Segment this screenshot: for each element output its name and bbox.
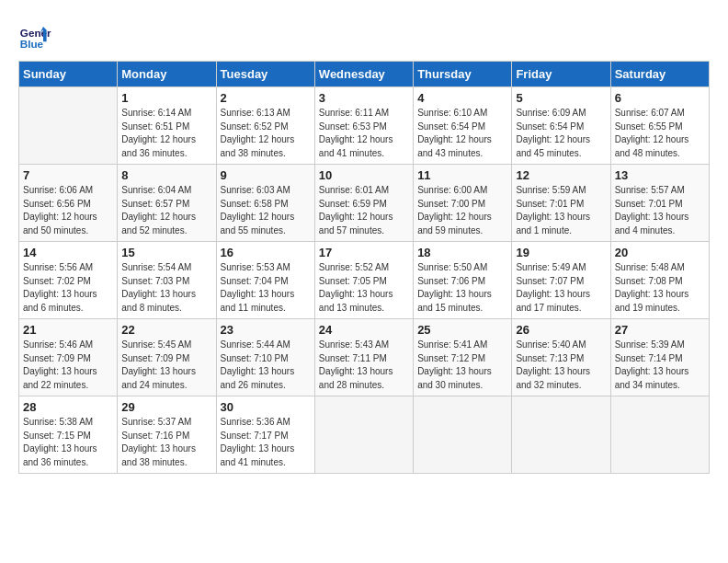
logo: General Blue xyxy=(18,18,55,52)
day-cell: 30Sunrise: 5:36 AM Sunset: 7:17 PM Dayli… xyxy=(216,396,314,474)
day-info: Sunrise: 5:56 AM Sunset: 7:02 PM Dayligh… xyxy=(23,261,113,315)
day-number: 14 xyxy=(23,246,113,259)
day-number: 1 xyxy=(121,91,211,105)
day-cell: 12Sunrise: 5:59 AM Sunset: 7:01 PM Dayli… xyxy=(512,165,610,242)
day-number: 12 xyxy=(516,168,606,182)
day-number: 17 xyxy=(319,246,409,259)
day-number: 27 xyxy=(615,323,705,337)
day-number: 6 xyxy=(615,91,705,105)
page-header: General Blue xyxy=(18,18,710,52)
day-cell: 18Sunrise: 5:50 AM Sunset: 7:06 PM Dayli… xyxy=(414,242,512,319)
day-cell: 20Sunrise: 5:48 AM Sunset: 7:08 PM Dayli… xyxy=(610,242,709,319)
day-cell: 23Sunrise: 5:44 AM Sunset: 7:10 PM Dayli… xyxy=(216,319,314,396)
day-info: Sunrise: 5:43 AM Sunset: 7:11 PM Dayligh… xyxy=(319,339,409,392)
day-info: Sunrise: 5:50 AM Sunset: 7:06 PM Dayligh… xyxy=(417,261,507,315)
day-number: 11 xyxy=(417,168,507,182)
day-info: Sunrise: 6:01 AM Sunset: 6:59 PM Dayligh… xyxy=(319,184,409,237)
day-number: 18 xyxy=(417,246,507,259)
day-cell: 3Sunrise: 6:11 AM Sunset: 6:53 PM Daylig… xyxy=(314,87,413,165)
day-cell: 27Sunrise: 5:39 AM Sunset: 7:14 PM Dayli… xyxy=(610,319,709,396)
weekday-header-friday: Friday xyxy=(512,62,610,87)
day-info: Sunrise: 6:07 AM Sunset: 6:55 PM Dayligh… xyxy=(615,107,705,160)
weekday-header-sunday: Sunday xyxy=(19,62,118,87)
day-info: Sunrise: 5:59 AM Sunset: 7:01 PM Dayligh… xyxy=(516,184,606,237)
day-cell: 6Sunrise: 6:07 AM Sunset: 6:55 PM Daylig… xyxy=(610,87,709,165)
day-info: Sunrise: 6:10 AM Sunset: 6:54 PM Dayligh… xyxy=(417,107,507,160)
day-number: 23 xyxy=(221,323,311,337)
day-number: 21 xyxy=(23,323,113,337)
day-cell: 14Sunrise: 5:56 AM Sunset: 7:02 PM Dayli… xyxy=(19,242,118,319)
day-info: Sunrise: 6:14 AM Sunset: 6:51 PM Dayligh… xyxy=(121,107,211,160)
day-info: Sunrise: 5:46 AM Sunset: 7:09 PM Dayligh… xyxy=(23,339,113,392)
day-cell: 25Sunrise: 5:41 AM Sunset: 7:12 PM Dayli… xyxy=(414,319,512,396)
day-number: 24 xyxy=(319,323,409,337)
day-cell xyxy=(414,396,512,474)
day-info: Sunrise: 6:11 AM Sunset: 6:53 PM Dayligh… xyxy=(319,107,409,160)
weekday-header-saturday: Saturday xyxy=(610,62,709,87)
day-cell: 2Sunrise: 6:13 AM Sunset: 6:52 PM Daylig… xyxy=(216,87,314,165)
week-row-1: 1Sunrise: 6:14 AM Sunset: 6:51 PM Daylig… xyxy=(19,87,710,165)
day-number: 10 xyxy=(319,168,409,182)
day-number: 26 xyxy=(516,323,606,337)
week-row-3: 14Sunrise: 5:56 AM Sunset: 7:02 PM Dayli… xyxy=(19,242,710,319)
day-number: 9 xyxy=(221,168,311,182)
week-row-2: 7Sunrise: 6:06 AM Sunset: 6:56 PM Daylig… xyxy=(19,165,710,242)
weekday-header-thursday: Thursday xyxy=(414,62,512,87)
day-info: Sunrise: 6:04 AM Sunset: 6:57 PM Dayligh… xyxy=(121,184,211,237)
day-number: 25 xyxy=(417,323,507,337)
day-info: Sunrise: 5:48 AM Sunset: 7:08 PM Dayligh… xyxy=(615,261,705,315)
day-number: 28 xyxy=(23,400,113,414)
weekday-header-tuesday: Tuesday xyxy=(216,62,314,87)
day-cell: 9Sunrise: 6:03 AM Sunset: 6:58 PM Daylig… xyxy=(216,165,314,242)
day-info: Sunrise: 5:37 AM Sunset: 7:16 PM Dayligh… xyxy=(121,416,211,469)
day-number: 29 xyxy=(121,400,211,414)
day-info: Sunrise: 5:54 AM Sunset: 7:03 PM Dayligh… xyxy=(121,261,211,315)
day-cell: 11Sunrise: 6:00 AM Sunset: 7:00 PM Dayli… xyxy=(414,165,512,242)
day-number: 15 xyxy=(121,246,211,259)
day-cell xyxy=(19,87,118,165)
day-cell: 13Sunrise: 5:57 AM Sunset: 7:01 PM Dayli… xyxy=(610,165,709,242)
day-info: Sunrise: 5:52 AM Sunset: 7:05 PM Dayligh… xyxy=(319,261,409,315)
day-cell: 17Sunrise: 5:52 AM Sunset: 7:05 PM Dayli… xyxy=(314,242,413,319)
day-cell: 22Sunrise: 5:45 AM Sunset: 7:09 PM Dayli… xyxy=(118,319,216,396)
calendar-header: SundayMondayTuesdayWednesdayThursdayFrid… xyxy=(19,62,710,87)
day-info: Sunrise: 5:39 AM Sunset: 7:14 PM Dayligh… xyxy=(615,339,705,392)
day-cell: 16Sunrise: 5:53 AM Sunset: 7:04 PM Dayli… xyxy=(216,242,314,319)
day-info: Sunrise: 6:13 AM Sunset: 6:52 PM Dayligh… xyxy=(221,107,311,160)
day-number: 16 xyxy=(221,246,311,259)
day-info: Sunrise: 6:00 AM Sunset: 7:00 PM Dayligh… xyxy=(417,184,507,237)
weekday-header-wednesday: Wednesday xyxy=(314,62,413,87)
day-cell: 15Sunrise: 5:54 AM Sunset: 7:03 PM Dayli… xyxy=(118,242,216,319)
day-cell: 1Sunrise: 6:14 AM Sunset: 6:51 PM Daylig… xyxy=(118,87,216,165)
week-row-5: 28Sunrise: 5:38 AM Sunset: 7:15 PM Dayli… xyxy=(19,396,710,474)
day-cell: 4Sunrise: 6:10 AM Sunset: 6:54 PM Daylig… xyxy=(414,87,512,165)
day-cell xyxy=(314,396,413,474)
week-row-4: 21Sunrise: 5:46 AM Sunset: 7:09 PM Dayli… xyxy=(19,319,710,396)
day-info: Sunrise: 5:41 AM Sunset: 7:12 PM Dayligh… xyxy=(417,339,507,392)
day-cell: 5Sunrise: 6:09 AM Sunset: 6:54 PM Daylig… xyxy=(512,87,610,165)
day-cell: 21Sunrise: 5:46 AM Sunset: 7:09 PM Dayli… xyxy=(19,319,118,396)
day-number: 13 xyxy=(615,168,705,182)
day-cell: 24Sunrise: 5:43 AM Sunset: 7:11 PM Dayli… xyxy=(314,319,413,396)
day-number: 20 xyxy=(615,246,705,259)
day-number: 4 xyxy=(417,91,507,105)
day-info: Sunrise: 5:57 AM Sunset: 7:01 PM Dayligh… xyxy=(615,184,705,237)
day-number: 5 xyxy=(516,91,606,105)
day-info: Sunrise: 5:40 AM Sunset: 7:13 PM Dayligh… xyxy=(516,339,606,392)
day-info: Sunrise: 6:09 AM Sunset: 6:54 PM Dayligh… xyxy=(516,107,606,160)
day-info: Sunrise: 5:44 AM Sunset: 7:10 PM Dayligh… xyxy=(221,339,311,392)
logo-icon: General Blue xyxy=(18,18,51,52)
day-cell: 29Sunrise: 5:37 AM Sunset: 7:16 PM Dayli… xyxy=(118,396,216,474)
day-number: 19 xyxy=(516,246,606,259)
calendar-body: 1Sunrise: 6:14 AM Sunset: 6:51 PM Daylig… xyxy=(19,87,710,474)
day-info: Sunrise: 5:49 AM Sunset: 7:07 PM Dayligh… xyxy=(516,261,606,315)
day-number: 22 xyxy=(121,323,211,337)
day-cell: 7Sunrise: 6:06 AM Sunset: 6:56 PM Daylig… xyxy=(19,165,118,242)
weekday-row: SundayMondayTuesdayWednesdayThursdayFrid… xyxy=(19,62,710,87)
day-number: 8 xyxy=(121,168,211,182)
day-cell: 8Sunrise: 6:04 AM Sunset: 6:57 PM Daylig… xyxy=(118,165,216,242)
weekday-header-monday: Monday xyxy=(118,62,216,87)
day-number: 30 xyxy=(221,400,311,414)
day-info: Sunrise: 5:53 AM Sunset: 7:04 PM Dayligh… xyxy=(221,261,311,315)
day-info: Sunrise: 6:06 AM Sunset: 6:56 PM Dayligh… xyxy=(23,184,113,237)
